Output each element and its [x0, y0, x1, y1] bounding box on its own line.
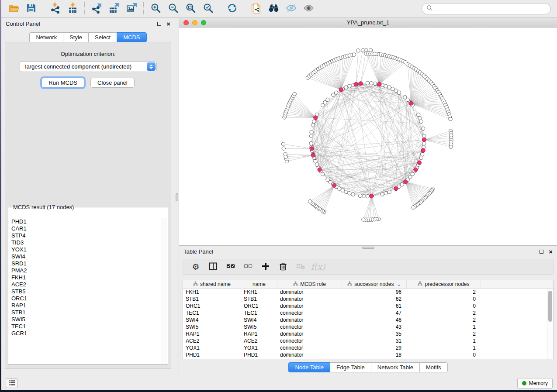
table-row[interactable]: TEC1TEC1connector472 — [183, 309, 553, 316]
cell-successor-nodes[interactable]: 18 — [342, 351, 407, 358]
table-row[interactable]: YOX1YOX1connector291 — [183, 344, 553, 351]
mcds-result-item[interactable]: TID3 — [11, 239, 162, 246]
float-table-panel-icon[interactable] — [540, 250, 543, 254]
search-input[interactable] — [436, 6, 546, 12]
mcds-result-item[interactable]: PHD1 — [11, 218, 162, 225]
table-scrollbar-thumb[interactable] — [548, 291, 552, 322]
column-header-predecessor-nodes[interactable]: predecessor nodes — [407, 280, 481, 288]
table-row[interactable]: FKH1FKH1dominator962 — [183, 289, 553, 296]
cell-MCDS-role[interactable]: connector — [277, 337, 342, 344]
column-header-name[interactable]: name — [241, 280, 277, 288]
hide-selected-button[interactable] — [282, 1, 300, 16]
cell-successor-nodes[interactable]: 43 — [342, 323, 407, 330]
cell-predecessor-nodes[interactable]: 0 — [407, 303, 481, 309]
float-panel-icon[interactable] — [157, 22, 161, 26]
cell-MCDS-role[interactable]: connector — [277, 309, 342, 316]
mcds-result-item[interactable]: ACE2 — [11, 281, 162, 288]
zoom-out-button[interactable] — [164, 1, 182, 16]
export-network-button[interactable] — [88, 1, 105, 16]
tab-node-table[interactable]: Node Table — [288, 362, 330, 372]
column-settings-button[interactable]: ⚙ — [189, 261, 202, 273]
cell-shared-name[interactable]: YOX1 — [183, 344, 241, 351]
column-header-shared-name[interactable]: shared name — [183, 280, 241, 288]
cell-MCDS-role[interactable]: dominator — [277, 289, 342, 296]
table-row[interactable]: ACE2ACE2connector311 — [183, 337, 553, 344]
panel-splitter[interactable] — [175, 18, 179, 376]
cell-shared-name[interactable]: FKH1 — [183, 289, 241, 296]
cell-name[interactable]: STB1 — [241, 296, 277, 303]
mcds-list-scrollbar[interactable] — [162, 218, 167, 364]
mcds-result-item[interactable]: SWI4 — [11, 253, 162, 260]
cell-name[interactable]: YOX1 — [241, 344, 277, 351]
cell-MCDS-role[interactable]: dominator — [277, 351, 342, 358]
tab-network[interactable]: Network — [29, 32, 63, 42]
zoom-selected-button[interactable] — [199, 1, 217, 16]
close-panel-icon[interactable]: × — [166, 21, 170, 27]
delete-table-button[interactable] — [294, 261, 307, 273]
tab-select[interactable]: Select — [88, 32, 117, 42]
table-row[interactable]: PHD1PHD1dominator180 — [183, 351, 553, 358]
new-network-from-selection-button[interactable] — [247, 1, 265, 16]
import-table-button[interactable] — [64, 1, 81, 16]
cell-successor-nodes[interactable]: 47 — [342, 309, 407, 316]
save-session-button[interactable] — [22, 1, 40, 16]
cell-successor-nodes[interactable]: 96 — [342, 289, 407, 296]
cell-predecessor-nodes[interactable]: 2 — [407, 309, 481, 316]
table-scrollbar[interactable] — [547, 289, 553, 359]
cell-name[interactable]: ACE2 — [241, 337, 277, 344]
mcds-result-item[interactable]: PMA2 — [11, 267, 162, 274]
cell-name[interactable]: RAP1 — [241, 330, 277, 337]
cell-predecessor-nodes[interactable]: 2 — [407, 330, 481, 337]
task-history-button[interactable] — [6, 378, 18, 388]
mcds-result-item[interactable]: FKH1 — [11, 274, 162, 281]
table-row[interactable]: SWI4SWI4dominator462 — [183, 316, 553, 323]
tab-motifs[interactable]: Motifs — [419, 362, 448, 372]
mcds-result-list[interactable]: PHD1CAR1STP4TID3YOX1SWI4SRD1PMA2FKH1ACE2… — [9, 218, 162, 364]
search-box[interactable] — [422, 3, 551, 14]
cell-predecessor-nodes[interactable]: 0 — [407, 296, 481, 303]
tab-edge-table[interactable]: Edge Table — [330, 362, 371, 372]
show-all-button[interactable] — [300, 1, 317, 16]
cell-shared-name[interactable]: RAP1 — [183, 330, 241, 337]
mcds-result-item[interactable]: YOX1 — [11, 246, 162, 253]
cell-predecessor-nodes[interactable]: 1 — [407, 323, 481, 330]
table-row[interactable]: RAP1RAP1dominator352 — [183, 330, 553, 337]
mcds-result-item[interactable]: SRD1 — [11, 260, 162, 267]
mcds-result-item[interactable]: STP4 — [11, 232, 162, 239]
table-row[interactable]: STB1STB1dominator620 — [183, 296, 553, 303]
column-header-successor-nodes[interactable]: successor nodes⌄ — [342, 280, 407, 288]
mcds-result-item[interactable]: GCR1 — [11, 330, 162, 337]
column-header-MCDS-role[interactable]: MCDS role — [277, 280, 342, 288]
cell-successor-nodes[interactable]: 46 — [342, 316, 407, 323]
mcds-result-item[interactable]: SWI5 — [11, 316, 162, 323]
cell-MCDS-role[interactable]: dominator — [277, 296, 342, 303]
cell-shared-name[interactable]: SWI5 — [183, 323, 241, 330]
cell-shared-name[interactable]: PHD1 — [183, 351, 241, 358]
run-mcds-button[interactable]: Run MCDS — [42, 78, 84, 88]
cell-predecessor-nodes[interactable]: 1 — [407, 337, 481, 344]
cell-name[interactable]: TEC1 — [241, 309, 277, 316]
cell-shared-name[interactable]: STB1 — [183, 296, 241, 303]
cell-predecessor-nodes[interactable]: 2 — [407, 316, 481, 323]
cell-shared-name[interactable]: TEC1 — [183, 309, 241, 316]
cell-successor-nodes[interactable]: 31 — [342, 337, 407, 344]
cell-shared-name[interactable]: ORC1 — [183, 303, 241, 309]
cell-predecessor-nodes[interactable]: 1 — [407, 344, 481, 351]
cell-shared-name[interactable]: ACE2 — [183, 337, 241, 344]
tab-style[interactable]: Style — [63, 32, 88, 42]
open-file-button[interactable] — [5, 1, 22, 16]
cell-name[interactable]: SWI4 — [241, 316, 277, 323]
apply-layout-button[interactable] — [223, 1, 241, 16]
mcds-result-item[interactable]: STB5 — [11, 288, 162, 295]
mcds-result-item[interactable]: ORC1 — [11, 295, 162, 302]
cell-MCDS-role[interactable]: dominator — [277, 303, 342, 309]
cell-name[interactable]: ORC1 — [241, 303, 277, 309]
tab-network-table[interactable]: Network Table — [371, 362, 419, 372]
export-image-button[interactable] — [123, 1, 140, 16]
mcds-result-item[interactable]: CAR1 — [11, 225, 162, 232]
cell-MCDS-role[interactable]: connector — [277, 344, 342, 351]
mcds-result-item[interactable]: RAP1 — [11, 302, 162, 309]
network-canvas[interactable] — [179, 28, 557, 245]
cell-MCDS-role[interactable]: connector — [277, 323, 342, 330]
import-network-button[interactable] — [46, 1, 64, 16]
